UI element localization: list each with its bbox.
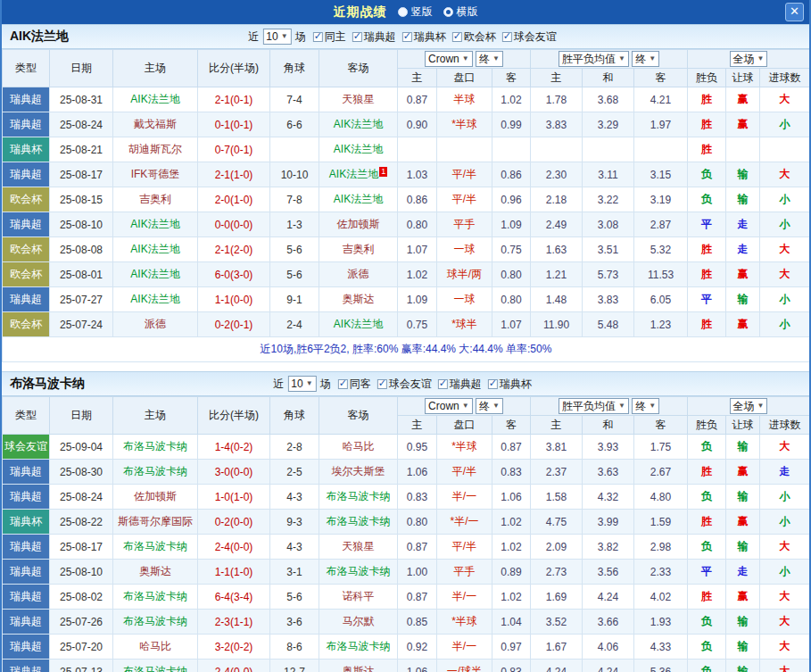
away-team[interactable]: 奥斯达	[319, 287, 398, 312]
home-team[interactable]: 哈马比	[113, 635, 198, 660]
league-filter-checkbox[interactable]: 瑞典杯	[402, 29, 446, 45]
handicap-line: *半球	[437, 435, 492, 460]
goals-result: 大	[760, 237, 810, 262]
home-team[interactable]: AIK法兰地	[113, 287, 198, 312]
league-badge: 瑞典超	[3, 585, 50, 610]
handicap-result: 赢	[726, 262, 760, 287]
match-count-select[interactable]: 10 ▼	[287, 376, 316, 392]
away-team[interactable]: AIK法兰地	[319, 112, 398, 137]
handicap-line: 平/半	[437, 187, 492, 212]
home-team[interactable]: 布洛马波卡纳	[113, 460, 198, 485]
avg-away-odds: 4.80	[634, 485, 688, 510]
home-team[interactable]: IFK哥德堡	[113, 162, 198, 187]
recent-results-window: 近期战绩 竖版 横版 ✕ AIK法兰地 近 10 ▼ 场 同主瑞典超瑞典杯欧会杯…	[0, 0, 811, 672]
avg-odds-select[interactable]: 胜平负均值▼	[559, 398, 629, 414]
league-badge: 球会友谊	[3, 435, 50, 460]
home-team[interactable]: 戴戈福斯	[113, 112, 198, 137]
match-date: 25-08-21	[50, 137, 113, 162]
home-team[interactable]: 布洛马波卡纳	[113, 435, 198, 460]
avg-home-odds: 1.67	[531, 635, 583, 660]
away-team[interactable]: AIK法兰地1	[319, 162, 398, 187]
league-filter-checkbox[interactable]: 欧会杯	[452, 29, 496, 45]
away-team[interactable]: 布洛马波卡纳	[319, 560, 398, 585]
away-team[interactable]: 布洛马波卡纳	[319, 485, 398, 510]
handicap-home-odds: 0.85	[398, 610, 437, 635]
handicap-home-odds: 0.80	[398, 510, 437, 535]
home-team[interactable]: 派德	[113, 312, 198, 337]
league-badge: 瑞典超	[3, 460, 50, 485]
home-team[interactable]: 布洛马波卡纳	[113, 610, 198, 635]
home-team[interactable]: AIK法兰地	[113, 262, 198, 287]
handicap-home-odds: 1.07	[398, 237, 437, 262]
final-odds-select-1[interactable]: 终▼	[476, 398, 503, 414]
handicap-group-header: Crown▼ 终▼	[398, 397, 531, 416]
league-filter-checkbox[interactable]: 同主	[313, 29, 346, 45]
league-filter-checkbox[interactable]: 球会友谊	[377, 377, 432, 392]
home-team[interactable]: AIK法兰地	[113, 212, 198, 237]
avg-home-odds: 2.49	[531, 212, 583, 237]
layout-option-horizontal[interactable]: 横版	[443, 4, 478, 20]
col-type: 类型	[3, 397, 50, 435]
avg-away-odds: 4.21	[634, 87, 688, 112]
col-score: 比分(半场)	[198, 397, 270, 435]
league-filter-checkbox[interactable]: 同客	[338, 377, 371, 392]
home-team[interactable]: 布洛马波卡纳	[113, 535, 198, 560]
checkbox-label: 瑞典杯	[414, 29, 446, 45]
home-team[interactable]: 奥斯达	[113, 560, 198, 585]
avg-away-odds: 6.05	[634, 287, 688, 312]
home-team[interactable]: 胡迪斯瓦尔	[113, 137, 198, 162]
match-date: 25-07-24	[50, 312, 113, 337]
away-team[interactable]: 天狼星	[319, 87, 398, 112]
home-team[interactable]: AIK法兰地	[113, 237, 198, 262]
away-team[interactable]: 派德	[319, 262, 398, 287]
avg-odds-select[interactable]: 胜平负均值▼	[559, 51, 629, 67]
home-team[interactable]: 斯德哥尔摩国际	[113, 510, 198, 535]
away-team[interactable]: 诺科平	[319, 585, 398, 610]
away-team[interactable]: 佐加顿斯	[319, 212, 398, 237]
handicap-line: 球半/两	[437, 262, 492, 287]
away-team[interactable]: 布洛马波卡纳	[319, 510, 398, 535]
match-score: 2-1(2-0)	[198, 237, 270, 262]
col-let: 让球	[726, 416, 760, 435]
away-team[interactable]: 布洛马波卡纳	[319, 635, 398, 660]
final-odds-select-2[interactable]: 终▼	[632, 398, 659, 414]
col-home: 主场	[113, 397, 198, 435]
close-button[interactable]: ✕	[785, 3, 804, 21]
league-filter-checkbox[interactable]: 瑞典超	[352, 29, 396, 45]
home-team[interactable]: AIK法兰地	[113, 87, 198, 112]
league-filter-checkbox[interactable]: 球会友谊	[502, 29, 557, 45]
match-score: 2-1(0-1)	[198, 87, 270, 112]
wdl-result: 胜	[688, 87, 726, 112]
bookmaker-select[interactable]: Crown▼	[425, 398, 473, 414]
away-team[interactable]: 奥斯达	[319, 660, 398, 672]
away-team[interactable]: AIK法兰地	[319, 137, 398, 162]
league-filter-checkbox[interactable]: 瑞典超	[438, 377, 482, 392]
home-team[interactable]: 吉奥利	[113, 187, 198, 212]
match-count-select[interactable]: 10 ▼	[262, 29, 291, 45]
fullmatch-select[interactable]: 全场▼	[730, 398, 768, 414]
home-team[interactable]: 布洛马波卡纳	[113, 660, 198, 672]
final-odds-select-1[interactable]: 终▼	[476, 51, 503, 67]
final-odds-select-2[interactable]: 终▼	[632, 51, 659, 67]
away-team[interactable]: 吉奥利	[319, 237, 398, 262]
fullmatch-select[interactable]: 全场▼	[730, 51, 768, 67]
away-team[interactable]: AIK法兰地	[319, 187, 398, 212]
away-team[interactable]: 埃尔夫斯堡	[319, 460, 398, 485]
bookmaker-select[interactable]: Crown▼	[425, 51, 473, 67]
corner-score: 9-3	[270, 510, 319, 535]
avg-home-odds: 2.73	[531, 560, 583, 585]
away-team[interactable]: 哈马比	[319, 435, 398, 460]
away-team[interactable]: 天狼星	[319, 535, 398, 560]
home-team[interactable]: 佐加顿斯	[113, 485, 198, 510]
handicap-away-odds: 1.04	[492, 610, 531, 635]
corner-score: 3-6	[270, 610, 319, 635]
chevron-down-icon: ▼	[281, 29, 288, 44]
away-team[interactable]: AIK法兰地	[319, 312, 398, 337]
match-row: 瑞典超25-08-10奥斯达1-1(1-0)3-1布洛马波卡纳1.00平手0.8…	[3, 560, 810, 585]
away-team[interactable]: 马尔默	[319, 610, 398, 635]
league-badge: 瑞典超	[3, 635, 50, 660]
team-name-1: AIK法兰地	[2, 29, 69, 45]
home-team[interactable]: 布洛马波卡纳	[113, 585, 198, 610]
layout-option-vertical[interactable]: 竖版	[398, 4, 433, 20]
league-filter-checkbox[interactable]: 瑞典杯	[488, 377, 532, 392]
